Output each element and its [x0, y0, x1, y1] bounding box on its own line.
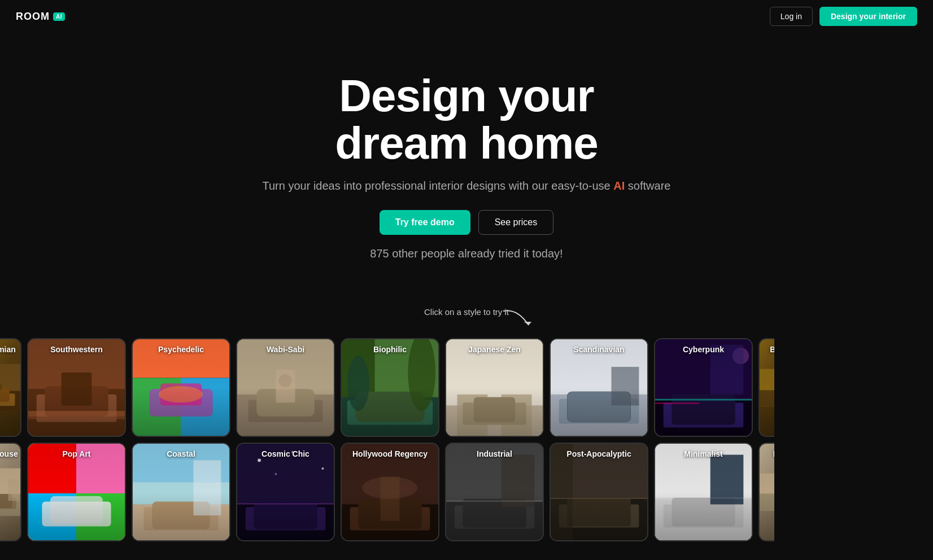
svg-rect-89: [342, 504, 438, 540]
svg-rect-81: [254, 499, 317, 530]
style-card-southwestern[interactable]: Southwestern: [27, 338, 126, 437]
svg-rect-90: [350, 507, 430, 530]
style-card-scandinavian[interactable]: Scandinavian: [550, 338, 648, 437]
svg-rect-115: [760, 493, 797, 510]
svg-rect-12: [28, 417, 125, 419]
svg-rect-97: [455, 505, 535, 528]
svg-rect-17: [149, 389, 212, 417]
svg-rect-11: [28, 411, 125, 417]
header-actions: Log in Design your interior: [770, 7, 917, 26]
svg-rect-110: [664, 504, 744, 527]
svg-point-84: [322, 467, 324, 470]
svg-rect-104: [559, 504, 639, 527]
svg-rect-30: [355, 392, 424, 422]
style-card-label-bohemian: Bohemian: [0, 345, 16, 354]
svg-rect-59: [0, 494, 20, 515]
svg-rect-2: [0, 391, 20, 412]
style-card-cosmic-chic[interactable]: Cosmic Chic: [236, 443, 335, 541]
svg-point-19: [159, 386, 203, 403]
style-card-japanese-zen[interactable]: Japanese Zen: [445, 338, 544, 437]
style-card-label-minimalist: Minimalist: [684, 449, 722, 458]
style-card-be-partial[interactable]: Be...: [758, 338, 798, 437]
style-card-label-farmhouse: Farmhouse: [0, 449, 18, 458]
style-card-bohemian[interactable]: Bohemian: [0, 338, 21, 437]
style-card-wabi-sabi[interactable]: Wabi-Sabi: [236, 338, 335, 437]
style-card-minimalist[interactable]: Minimalist: [654, 443, 753, 541]
style-card-label-be-partial: Be...: [770, 345, 787, 354]
try-demo-button[interactable]: Try free demo: [380, 210, 470, 235]
svg-rect-8: [37, 395, 117, 422]
svg-rect-51: [672, 395, 735, 425]
svg-rect-57: [760, 390, 797, 406]
svg-rect-37: [502, 395, 532, 436]
svg-point-82: [258, 458, 261, 462]
hero-headline-line2: dream home: [335, 118, 598, 168]
svg-rect-53: [655, 403, 699, 404]
svg-rect-45: [567, 392, 630, 422]
hero-headline: Design your dream home: [11, 72, 922, 167]
logo: ROOM AI: [16, 11, 65, 23]
logo-room-text: ROOM: [16, 11, 50, 23]
style-card-coastal[interactable]: Coastal: [132, 443, 230, 541]
style-card-industrial[interactable]: Industrial: [445, 443, 544, 541]
style-card-hollywood-regency[interactable]: Hollywood Regency: [341, 443, 439, 541]
style-card-label-hollywood-regency: Hollywood Regency: [352, 449, 428, 458]
style-card-pop-art[interactable]: Pop Art: [27, 443, 126, 541]
style-card-label-psychedelic: Psychedelic: [158, 345, 204, 354]
style-card-label-biophilic: Biophilic: [373, 345, 407, 354]
svg-rect-74: [144, 507, 219, 530]
style-card-farmhouse[interactable]: Farmhouse: [0, 443, 21, 541]
svg-rect-28: [342, 397, 438, 436]
svg-rect-75: [152, 502, 210, 530]
header: ROOM AI Log in Design your interior: [0, 0, 933, 33]
svg-point-85: [274, 473, 277, 475]
hero-subtext-before-ai: Turn your ideas into professional interi…: [263, 180, 614, 192]
svg-point-24: [278, 374, 291, 387]
svg-rect-79: [237, 504, 334, 540]
svg-rect-52: [655, 399, 752, 401]
style-card-f-partial[interactable]: F...: [758, 443, 798, 541]
svg-rect-38: [463, 403, 526, 425]
svg-rect-113: [655, 498, 752, 498]
styles-row-2: Farmhouse Pop Art Coastal: [0, 443, 43, 541]
svg-rect-44: [567, 392, 630, 422]
see-prices-button[interactable]: See prices: [478, 210, 554, 235]
svg-rect-15: [133, 378, 181, 436]
styles-section: Click on a style to try it Bohemian: [0, 290, 933, 553]
click-hint-text: Click on a style to try it: [0, 307, 933, 317]
svg-rect-63: [8, 479, 19, 501]
svg-rect-92: [380, 477, 399, 521]
svg-rect-49: [655, 400, 752, 436]
style-card-label-japanese-zen: Japanese Zen: [468, 345, 521, 354]
logo-ai-badge: AI: [53, 12, 65, 21]
svg-rect-46: [611, 367, 639, 405]
style-card-biophilic[interactable]: Biophilic: [341, 338, 439, 437]
style-card-cyberpunk[interactable]: Cyberpunk: [654, 338, 753, 437]
svg-rect-112: [710, 455, 744, 505]
svg-rect-111: [672, 498, 735, 527]
style-card-post-apocalyptic[interactable]: Post-Apocalyptic: [550, 443, 648, 541]
style-card-psychedelic[interactable]: Psychedelic: [132, 338, 230, 437]
svg-rect-69: [42, 502, 111, 527]
svg-rect-50: [664, 403, 744, 427]
svg-rect-99: [502, 455, 535, 508]
svg-rect-4: [0, 388, 10, 402]
svg-rect-61: [0, 494, 12, 508]
style-card-label-wabi-sabi: Wabi-Sabi: [267, 345, 304, 354]
svg-rect-80: [246, 507, 326, 530]
svg-rect-70: [50, 496, 103, 524]
svg-rect-114: [760, 474, 797, 511]
hero-headline-line1: Design your: [339, 71, 594, 121]
svg-rect-1: [0, 364, 20, 412]
svg-rect-25: [276, 370, 295, 403]
login-button[interactable]: Log in: [770, 7, 813, 26]
svg-rect-67: [28, 493, 76, 540]
hero-buttons: Try free demo See prices: [11, 210, 922, 235]
svg-rect-73: [133, 504, 229, 540]
svg-rect-22: [248, 400, 323, 422]
svg-point-54: [733, 348, 749, 364]
hero-section: Design your dream home Turn your ideas i…: [0, 33, 933, 290]
design-cta-button[interactable]: Design your interior: [819, 7, 917, 26]
style-card-label-pop-art: Pop Art: [62, 449, 90, 458]
hero-subtext: Turn your ideas into professional interi…: [11, 177, 922, 194]
